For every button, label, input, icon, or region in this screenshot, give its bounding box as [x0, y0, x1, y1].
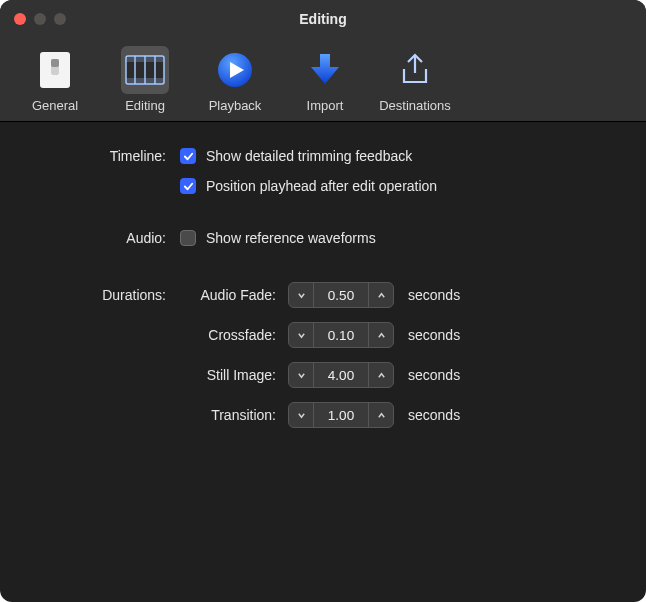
- durations-section-label: Durations:: [30, 287, 180, 303]
- tab-editing[interactable]: Editing: [100, 42, 190, 119]
- checkbox-label: Show reference waveforms: [206, 230, 376, 246]
- unit-label: seconds: [408, 327, 460, 343]
- stepper-value[interactable]: 0.10: [314, 323, 368, 347]
- tab-playback[interactable]: Playback: [190, 42, 280, 119]
- unit-label: seconds: [408, 407, 460, 423]
- window-controls: [0, 13, 66, 25]
- preferences-window: Editing General: [0, 0, 646, 602]
- checkbox-label: Position playhead after edit operation: [206, 178, 437, 194]
- stepper-increment[interactable]: [369, 323, 393, 347]
- crossfade-label: Crossfade:: [180, 327, 288, 343]
- unit-label: seconds: [408, 287, 460, 303]
- checkbox-label: Show detailed trimming feedback: [206, 148, 412, 164]
- crossfade-stepper[interactable]: 0.10: [288, 322, 394, 348]
- editing-icon: [121, 46, 169, 94]
- tab-label: Import: [307, 98, 344, 113]
- timeline-section-label: Timeline:: [30, 148, 180, 164]
- still-image-label: Still Image:: [180, 367, 288, 383]
- transition-stepper[interactable]: 1.00: [288, 402, 394, 428]
- stepper-decrement[interactable]: [289, 283, 313, 307]
- close-window-button[interactable]: [14, 13, 26, 25]
- unit-label: seconds: [408, 367, 460, 383]
- destinations-icon: [391, 46, 439, 94]
- playback-icon: [211, 46, 259, 94]
- titlebar: Editing: [0, 0, 646, 38]
- stepper-decrement[interactable]: [289, 403, 313, 427]
- tab-label: Editing: [125, 98, 165, 113]
- checkbox-reference-waveforms[interactable]: [180, 230, 196, 246]
- stepper-increment[interactable]: [369, 283, 393, 307]
- audio-fade-stepper[interactable]: 0.50: [288, 282, 394, 308]
- stepper-value[interactable]: 0.50: [314, 283, 368, 307]
- tab-destinations[interactable]: Destinations: [370, 42, 460, 119]
- general-icon: [31, 46, 79, 94]
- tab-label: General: [32, 98, 78, 113]
- tab-general[interactable]: General: [10, 42, 100, 119]
- audio-section-label: Audio:: [30, 230, 180, 246]
- window-title: Editing: [0, 11, 646, 27]
- svg-rect-2: [51, 59, 59, 67]
- tab-import[interactable]: Import: [280, 42, 370, 119]
- checkbox-trimming-feedback[interactable]: [180, 148, 196, 164]
- toolbar: General Editing: [0, 38, 646, 122]
- zoom-window-button[interactable]: [54, 13, 66, 25]
- audio-fade-label: Audio Fade:: [180, 287, 288, 303]
- import-icon: [301, 46, 349, 94]
- editing-pane: Timeline: Show detailed trimming feedbac…: [0, 122, 646, 468]
- stepper-decrement[interactable]: [289, 323, 313, 347]
- minimize-window-button[interactable]: [34, 13, 46, 25]
- stepper-value[interactable]: 4.00: [314, 363, 368, 387]
- tab-label: Playback: [209, 98, 262, 113]
- tab-label: Destinations: [379, 98, 451, 113]
- stepper-decrement[interactable]: [289, 363, 313, 387]
- stepper-value[interactable]: 1.00: [314, 403, 368, 427]
- checkbox-position-playhead[interactable]: [180, 178, 196, 194]
- stepper-increment[interactable]: [369, 403, 393, 427]
- transition-label: Transition:: [180, 407, 288, 423]
- still-image-stepper[interactable]: 4.00: [288, 362, 394, 388]
- stepper-increment[interactable]: [369, 363, 393, 387]
